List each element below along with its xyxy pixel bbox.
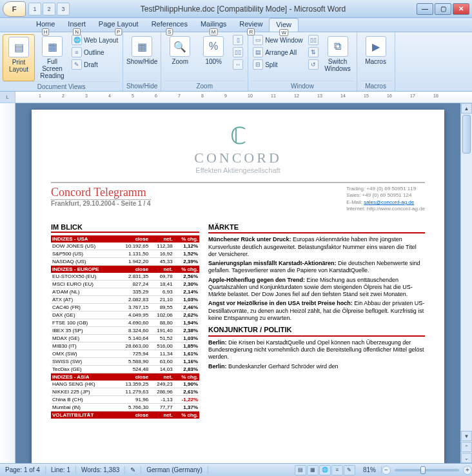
table-row: MSCI EURO (EU)827,2418,412,30%	[51, 280, 199, 288]
table-row: DAX (GE)4.049,95102,062,62%	[51, 311, 199, 319]
qat-item[interactable]: 2	[43, 3, 55, 15]
tab-page-layout[interactable]: Page LayoutP	[92, 18, 145, 32]
outline-icon: ≡	[72, 47, 82, 57]
view-draft[interactable]: ✎	[344, 465, 355, 475]
ribbon-tabs: HomeH InsertN Page LayoutP ReferencesS M…	[0, 18, 472, 32]
zoom-thumb[interactable]	[420, 466, 426, 474]
ruler-vertical[interactable]	[0, 103, 15, 463]
tab-insert[interactable]: InsertN	[61, 18, 92, 32]
arrange-icon: ▤	[253, 47, 263, 57]
tab-view[interactable]: ViewW	[269, 18, 299, 32]
side-by-side-button[interactable]: ▯▯	[306, 34, 320, 46]
ruler-corner[interactable]: L	[0, 92, 15, 103]
table-row: OMX (SW)725,9411,341,61%	[51, 350, 199, 357]
new-window-button[interactable]: ▭New Window	[251, 34, 304, 46]
scroll-up-button[interactable]: ▲	[461, 103, 472, 114]
status-page[interactable]: Page: 1 of 4	[0, 466, 46, 473]
outline-button[interactable]: ≡Outline	[70, 46, 120, 58]
table-row: IBEX 35 (SP)8.324,60191,402,38%	[51, 326, 199, 334]
scroll-thumb[interactable]	[462, 115, 471, 154]
show-hide-button[interactable]: ▦Show/Hide	[126, 34, 158, 81]
group-label: Zoom	[164, 81, 245, 91]
magnifier-icon: 🔍	[170, 36, 190, 57]
page-width-button[interactable]: ↔	[231, 59, 245, 70]
table-row: DOW JONES (US)10.192,65112,381,12%	[51, 243, 199, 250]
paragraph: Münchener Rück unter Druck: Europas Akti…	[208, 236, 425, 258]
two-pages-button[interactable]: ▯▯	[231, 46, 245, 58]
group-label: Document Views	[3, 81, 120, 92]
view-print-layout[interactable]: ▤	[295, 465, 306, 475]
macros-button[interactable]: ▶Macros	[360, 34, 392, 81]
section-konjunktur: KONJUNKTUR / POLITIK	[208, 326, 425, 337]
table-row: FTSE 100 (GB)4.690,6088,801,94%	[51, 319, 199, 326]
table-row: MDAX (GE)5.140,6451,521,03%	[51, 334, 199, 342]
group-window: ▭New Window ▤Arrange All ⊟Split ▯▯ ⇅ ↺ ⧉…	[248, 32, 357, 91]
width-icon: ↔	[233, 59, 243, 70]
web-layout-button[interactable]: 🌐Web Layout	[70, 34, 120, 46]
view-buttons: ▤ ▦ 🌐 ≡ ✎	[292, 465, 358, 475]
reset-position-button[interactable]: ↺	[306, 59, 320, 70]
full-screen-reading-button[interactable]: ▦Full Screen Reading	[36, 34, 68, 81]
zoom-100-button[interactable]: %100%	[197, 34, 230, 81]
quick-access-toolbar: 1 2 3	[28, 3, 70, 15]
logo: ℂ CONCORD Effekten Aktiengesellschaft	[51, 123, 425, 174]
zoom-in-button[interactable]: +	[463, 466, 472, 475]
print-layout-button[interactable]: ▤Print Layout	[3, 34, 35, 81]
window-controls: — ▢ ✕	[417, 3, 469, 15]
prev-page-button[interactable]: ⌃	[461, 442, 472, 452]
switch-windows-button[interactable]: ⧉Switch Windows	[322, 34, 354, 81]
qat-item[interactable]: 1	[28, 3, 41, 15]
tab-mailings[interactable]: MailingsM	[194, 18, 233, 32]
logo-sub: Effekten Aktiengesellschaft	[51, 166, 425, 174]
document-page[interactable]: ℂ CONCORD Effekten Aktiengesellschaft Co…	[32, 110, 444, 463]
view-outline[interactable]: ≡	[331, 465, 343, 475]
page-icon: ▤	[8, 37, 29, 57]
status-proofing[interactable]: ✎	[125, 466, 141, 473]
zoom-level[interactable]: 81%	[358, 466, 382, 473]
split-button[interactable]: ⊟Split	[251, 59, 304, 70]
section-imblick: IM BLICK	[51, 223, 199, 233]
ruler-horizontal[interactable]: L 123456789101112131415161718	[0, 92, 472, 103]
tab-home[interactable]: HomeH	[30, 18, 61, 32]
paragraph: Sanierungsplan missfällt Karstadt-Aktion…	[208, 260, 425, 275]
table-header: INDIZES - USAclosenet.% chg.	[51, 235, 199, 243]
tab-review[interactable]: ReviewR	[233, 18, 269, 32]
email-link[interactable]: sales@concord-ag.de	[364, 199, 414, 205]
close-button[interactable]: ✕	[453, 3, 469, 15]
zoom-out-button[interactable]: −	[382, 466, 391, 475]
arrange-all-button[interactable]: ▤Arrange All	[251, 46, 304, 58]
draft-button[interactable]: ✎Draft	[70, 59, 120, 70]
minimize-button[interactable]: —	[417, 3, 433, 15]
status-line[interactable]: Line: 1	[46, 466, 76, 473]
table-row: HANG SENG (HK)13.359,25249,231,90%	[51, 381, 199, 388]
doc-header: Concord Telegramm Frankfurt, 29.10.2004 …	[51, 182, 425, 213]
sync-scroll-button[interactable]: ⇅	[306, 46, 320, 58]
status-language[interactable]: German (Germany)	[141, 466, 208, 473]
office-button[interactable]: F	[3, 1, 26, 17]
zoom-button[interactable]: 🔍Zoom	[164, 34, 196, 81]
zoom-slider[interactable]	[395, 469, 459, 471]
page-icon: ▯	[233, 35, 243, 45]
split-icon: ⊟	[253, 59, 263, 70]
table-row: MIB30 (IT)28.663,00516,001,85%	[51, 342, 199, 350]
pages-icon: ▯▯	[233, 47, 243, 57]
tab-references[interactable]: ReferencesS	[145, 18, 194, 32]
maximize-button[interactable]: ▢	[435, 3, 451, 15]
next-page-button[interactable]: ⌄	[461, 453, 472, 463]
book-icon: ▦	[42, 36, 63, 57]
paragraph: Berlin: Die Krisen bei KarstadtQuelle un…	[208, 339, 425, 361]
view-full-screen[interactable]: ▦	[307, 465, 319, 475]
table-row: China B (CH)91,96-1,13-1,22%	[51, 395, 199, 403]
scroll-down-button[interactable]: ▼	[461, 431, 472, 441]
vertical-scrollbar[interactable]: ▲ ▼ ⌃ ⌄	[460, 103, 472, 463]
paragraph: Angst vor Heizölkrise in den USA treibt …	[208, 300, 425, 322]
table-row: S&P500 (US)1.131,5016,921,52%	[51, 250, 199, 257]
section-markte: MÄRKTE	[208, 223, 425, 234]
status-words[interactable]: Words: 1,383	[76, 466, 125, 473]
globe-icon: 🌐	[72, 35, 82, 45]
document-scroll[interactable]: ℂ CONCORD Effekten Aktiengesellschaft Co…	[15, 103, 460, 463]
view-web[interactable]: 🌐	[319, 465, 331, 475]
qat-item[interactable]: 3	[57, 3, 70, 15]
sync-icon: ⇅	[308, 47, 319, 57]
one-page-button[interactable]: ▯	[231, 34, 245, 46]
